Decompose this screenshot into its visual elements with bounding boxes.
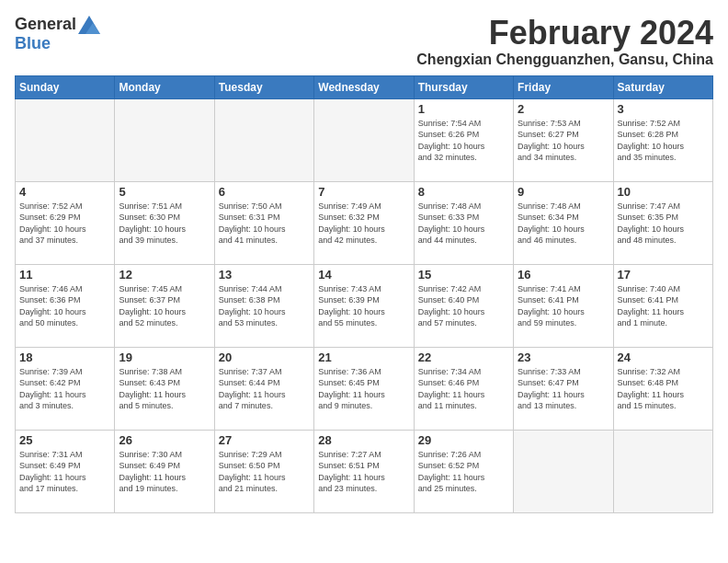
calendar-cell: 12Sunrise: 7:45 AM Sunset: 6:37 PM Dayli…	[115, 264, 214, 347]
calendar-cell: 3Sunrise: 7:52 AM Sunset: 6:28 PM Daylig…	[613, 98, 712, 181]
weekday-header-monday: Monday	[115, 75, 214, 98]
day-info: Sunrise: 7:47 AM Sunset: 6:35 PM Dayligh…	[618, 201, 709, 247]
calendar-cell: 11Sunrise: 7:46 AM Sunset: 6:36 PM Dayli…	[16, 264, 115, 347]
day-number: 14	[318, 268, 409, 282]
day-info: Sunrise: 7:42 AM Sunset: 6:40 PM Dayligh…	[418, 283, 509, 329]
calendar-cell: 28Sunrise: 7:27 AM Sunset: 6:51 PM Dayli…	[314, 430, 414, 512]
day-number: 25	[19, 433, 110, 447]
day-number: 20	[219, 350, 310, 364]
day-number: 5	[119, 185, 210, 199]
calendar-cell: 25Sunrise: 7:31 AM Sunset: 6:49 PM Dayli…	[16, 430, 115, 512]
calendar-cell: 9Sunrise: 7:48 AM Sunset: 6:34 PM Daylig…	[514, 181, 613, 264]
day-info: Sunrise: 7:45 AM Sunset: 6:37 PM Dayligh…	[119, 283, 210, 329]
day-number: 13	[219, 268, 310, 282]
calendar-table: SundayMondayTuesdayWednesdayThursdayFrid…	[15, 75, 713, 513]
day-info: Sunrise: 7:44 AM Sunset: 6:38 PM Dayligh…	[219, 283, 310, 329]
week-row-4: 18Sunrise: 7:39 AM Sunset: 6:42 PM Dayli…	[16, 347, 713, 430]
day-number: 23	[518, 350, 609, 364]
calendar-cell	[16, 98, 115, 181]
day-info: Sunrise: 7:34 AM Sunset: 6:46 PM Dayligh…	[418, 366, 509, 412]
day-number: 21	[318, 350, 409, 364]
calendar-cell: 22Sunrise: 7:34 AM Sunset: 6:46 PM Dayli…	[414, 347, 513, 430]
day-info: Sunrise: 7:29 AM Sunset: 6:50 PM Dayligh…	[219, 449, 310, 495]
calendar-cell: 6Sunrise: 7:50 AM Sunset: 6:31 PM Daylig…	[214, 181, 313, 264]
calendar-cell: 24Sunrise: 7:32 AM Sunset: 6:48 PM Dayli…	[613, 347, 712, 430]
calendar-cell: 14Sunrise: 7:43 AM Sunset: 6:39 PM Dayli…	[314, 264, 414, 347]
calendar-cell: 4Sunrise: 7:52 AM Sunset: 6:29 PM Daylig…	[16, 181, 115, 264]
calendar-cell: 7Sunrise: 7:49 AM Sunset: 6:32 PM Daylig…	[314, 181, 414, 264]
calendar-cell	[214, 98, 313, 181]
weekday-header-sunday: Sunday	[16, 75, 115, 98]
day-number: 29	[418, 433, 509, 447]
day-number: 18	[19, 350, 110, 364]
weekday-header-wednesday: Wednesday	[314, 75, 414, 98]
day-number: 24	[618, 350, 709, 364]
day-number: 28	[318, 433, 409, 447]
calendar-cell: 29Sunrise: 7:26 AM Sunset: 6:52 PM Dayli…	[414, 430, 513, 512]
calendar-cell: 23Sunrise: 7:33 AM Sunset: 6:47 PM Dayli…	[514, 347, 613, 430]
day-info: Sunrise: 7:30 AM Sunset: 6:49 PM Dayligh…	[119, 449, 210, 495]
day-number: 19	[119, 350, 210, 364]
day-number: 1	[418, 102, 509, 116]
day-number: 9	[518, 185, 609, 199]
calendar-cell: 27Sunrise: 7:29 AM Sunset: 6:50 PM Dayli…	[214, 430, 313, 512]
logo-area: General Blue	[15, 15, 100, 53]
day-info: Sunrise: 7:53 AM Sunset: 6:27 PM Dayligh…	[518, 118, 609, 164]
day-info: Sunrise: 7:49 AM Sunset: 6:32 PM Dayligh…	[318, 201, 409, 247]
calendar-cell: 26Sunrise: 7:30 AM Sunset: 6:49 PM Dayli…	[115, 430, 214, 512]
calendar-cell: 20Sunrise: 7:37 AM Sunset: 6:44 PM Dayli…	[214, 347, 313, 430]
day-info: Sunrise: 7:52 AM Sunset: 6:29 PM Dayligh…	[19, 201, 110, 247]
weekday-header-thursday: Thursday	[414, 75, 513, 98]
day-number: 6	[219, 185, 310, 199]
day-info: Sunrise: 7:50 AM Sunset: 6:31 PM Dayligh…	[219, 201, 310, 247]
calendar-cell	[613, 430, 712, 512]
calendar-cell	[514, 430, 613, 512]
logo-blue-text: Blue	[15, 34, 51, 53]
day-number: 3	[618, 102, 709, 116]
day-info: Sunrise: 7:37 AM Sunset: 6:44 PM Dayligh…	[219, 366, 310, 412]
weekday-header-tuesday: Tuesday	[214, 75, 313, 98]
calendar-cell: 2Sunrise: 7:53 AM Sunset: 6:27 PM Daylig…	[514, 98, 613, 181]
day-number: 15	[418, 268, 509, 282]
location-title: Chengxian Chengguanzhen, Gansu, China	[416, 52, 713, 68]
logo-general-text: General	[15, 15, 76, 34]
calendar-cell: 17Sunrise: 7:40 AM Sunset: 6:41 PM Dayli…	[613, 264, 712, 347]
day-info: Sunrise: 7:31 AM Sunset: 6:49 PM Dayligh…	[19, 449, 110, 495]
page-header: General Blue February 2024 Chengxian Che…	[15, 15, 713, 68]
day-number: 12	[119, 268, 210, 282]
weekday-header-row: SundayMondayTuesdayWednesdayThursdayFrid…	[16, 75, 713, 98]
day-info: Sunrise: 7:27 AM Sunset: 6:51 PM Dayligh…	[318, 449, 409, 495]
day-info: Sunrise: 7:40 AM Sunset: 6:41 PM Dayligh…	[618, 283, 709, 329]
day-info: Sunrise: 7:33 AM Sunset: 6:47 PM Dayligh…	[518, 366, 609, 412]
day-info: Sunrise: 7:26 AM Sunset: 6:52 PM Dayligh…	[418, 449, 509, 495]
day-info: Sunrise: 7:39 AM Sunset: 6:42 PM Dayligh…	[19, 366, 110, 412]
week-row-1: 1Sunrise: 7:54 AM Sunset: 6:26 PM Daylig…	[16, 98, 713, 181]
calendar-cell: 5Sunrise: 7:51 AM Sunset: 6:30 PM Daylig…	[115, 181, 214, 264]
day-number: 11	[19, 268, 110, 282]
day-info: Sunrise: 7:51 AM Sunset: 6:30 PM Dayligh…	[119, 201, 210, 247]
day-number: 22	[418, 350, 509, 364]
day-number: 2	[518, 102, 609, 116]
day-info: Sunrise: 7:54 AM Sunset: 6:26 PM Dayligh…	[418, 118, 509, 164]
day-number: 26	[119, 433, 210, 447]
logo-icon	[78, 16, 100, 34]
calendar-cell: 1Sunrise: 7:54 AM Sunset: 6:26 PM Daylig…	[414, 98, 513, 181]
day-number: 17	[618, 268, 709, 282]
day-info: Sunrise: 7:52 AM Sunset: 6:28 PM Dayligh…	[618, 118, 709, 164]
weekday-header-friday: Friday	[514, 75, 613, 98]
day-number: 8	[418, 185, 509, 199]
day-info: Sunrise: 7:46 AM Sunset: 6:36 PM Dayligh…	[19, 283, 110, 329]
week-row-3: 11Sunrise: 7:46 AM Sunset: 6:36 PM Dayli…	[16, 264, 713, 347]
calendar-cell: 10Sunrise: 7:47 AM Sunset: 6:35 PM Dayli…	[613, 181, 712, 264]
day-info: Sunrise: 7:32 AM Sunset: 6:48 PM Dayligh…	[618, 366, 709, 412]
day-number: 7	[318, 185, 409, 199]
calendar-cell: 15Sunrise: 7:42 AM Sunset: 6:40 PM Dayli…	[414, 264, 513, 347]
day-info: Sunrise: 7:48 AM Sunset: 6:34 PM Dayligh…	[518, 201, 609, 247]
title-area: February 2024 Chengxian Chengguanzhen, G…	[416, 15, 713, 68]
day-info: Sunrise: 7:48 AM Sunset: 6:33 PM Dayligh…	[418, 201, 509, 247]
calendar-cell: 19Sunrise: 7:38 AM Sunset: 6:43 PM Dayli…	[115, 347, 214, 430]
calendar-cell: 21Sunrise: 7:36 AM Sunset: 6:45 PM Dayli…	[314, 347, 414, 430]
calendar-cell: 13Sunrise: 7:44 AM Sunset: 6:38 PM Dayli…	[214, 264, 313, 347]
day-number: 4	[19, 185, 110, 199]
day-info: Sunrise: 7:43 AM Sunset: 6:39 PM Dayligh…	[318, 283, 409, 329]
